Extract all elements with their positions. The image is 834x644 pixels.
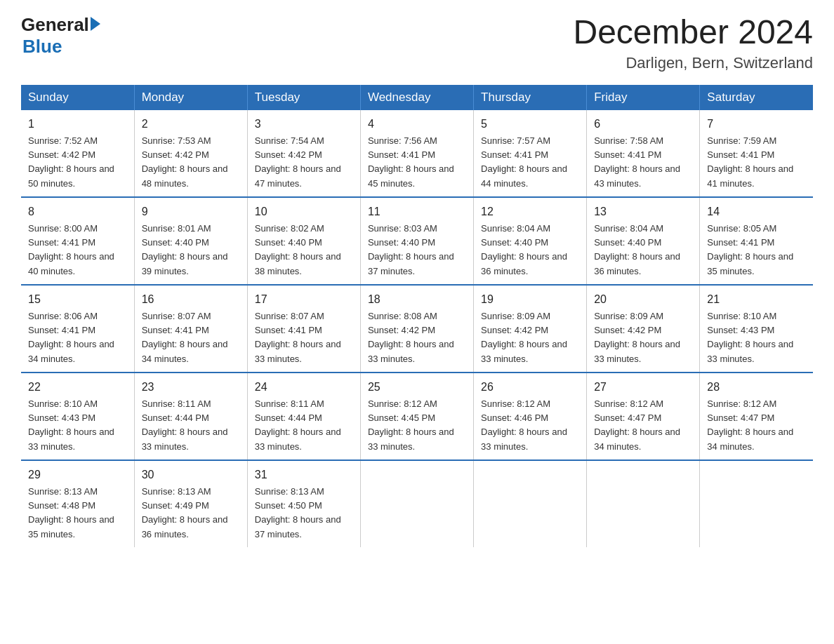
day-info: Sunrise: 7:52 AMSunset: 4:42 PMDaylight:… — [28, 135, 114, 189]
location-subtitle: Darligen, Bern, Switzerland — [573, 54, 813, 72]
calendar-week-row: 1Sunrise: 7:52 AMSunset: 4:42 PMDaylight… — [21, 110, 813, 197]
calendar-cell: 9Sunrise: 8:01 AMSunset: 4:40 PMDaylight… — [134, 197, 247, 285]
day-info: Sunrise: 8:12 AMSunset: 4:47 PMDaylight:… — [594, 398, 680, 452]
calendar-cell: 17Sunrise: 8:07 AMSunset: 4:41 PMDayligh… — [247, 285, 360, 373]
calendar-cell: 22Sunrise: 8:10 AMSunset: 4:43 PMDayligh… — [21, 373, 134, 460]
day-info: Sunrise: 8:09 AMSunset: 4:42 PMDaylight:… — [594, 311, 680, 364]
day-info: Sunrise: 8:13 AMSunset: 4:49 PMDaylight:… — [142, 486, 228, 539]
day-info: Sunrise: 8:00 AMSunset: 4:41 PMDaylight:… — [28, 223, 114, 276]
title-block: December 2024 Darligen, Bern, Switzerlan… — [573, 14, 813, 72]
day-info: Sunrise: 8:10 AMSunset: 4:43 PMDaylight:… — [28, 398, 114, 452]
calendar-cell: 26Sunrise: 8:12 AMSunset: 4:46 PMDayligh… — [474, 373, 587, 460]
calendar-cell: 30Sunrise: 8:13 AMSunset: 4:49 PMDayligh… — [134, 460, 247, 547]
day-info: Sunrise: 8:07 AMSunset: 4:41 PMDaylight:… — [255, 311, 341, 364]
calendar-cell — [587, 460, 700, 547]
day-number: 17 — [255, 291, 353, 308]
calendar-cell — [700, 460, 813, 547]
day-info: Sunrise: 8:04 AMSunset: 4:40 PMDaylight:… — [481, 223, 567, 276]
day-number: 14 — [707, 203, 806, 220]
day-number: 11 — [368, 203, 466, 220]
day-info: Sunrise: 8:13 AMSunset: 4:50 PMDaylight:… — [255, 486, 341, 539]
calendar-cell: 4Sunrise: 7:56 AMSunset: 4:41 PMDaylight… — [360, 110, 473, 197]
day-number: 23 — [142, 379, 240, 396]
calendar-cell: 13Sunrise: 8:04 AMSunset: 4:40 PMDayligh… — [587, 197, 700, 285]
day-number: 9 — [142, 203, 240, 220]
calendar-cell: 1Sunrise: 7:52 AMSunset: 4:42 PMDaylight… — [21, 110, 134, 197]
day-header-friday: Friday — [587, 85, 700, 110]
day-number: 2 — [142, 116, 240, 133]
day-info: Sunrise: 7:59 AMSunset: 4:41 PMDaylight:… — [707, 135, 793, 189]
calendar-cell: 23Sunrise: 8:11 AMSunset: 4:44 PMDayligh… — [134, 373, 247, 460]
calendar-cell: 25Sunrise: 8:12 AMSunset: 4:45 PMDayligh… — [360, 373, 473, 460]
day-number: 24 — [255, 379, 353, 396]
day-number: 27 — [594, 379, 692, 396]
day-info: Sunrise: 7:54 AMSunset: 4:42 PMDaylight:… — [255, 135, 341, 189]
calendar-cell: 18Sunrise: 8:08 AMSunset: 4:42 PMDayligh… — [360, 285, 473, 373]
calendar-cell: 27Sunrise: 8:12 AMSunset: 4:47 PMDayligh… — [587, 373, 700, 460]
calendar-table: SundayMondayTuesdayWednesdayThursdayFrid… — [21, 85, 813, 547]
day-info: Sunrise: 8:12 AMSunset: 4:45 PMDaylight:… — [368, 398, 454, 452]
day-number: 19 — [481, 291, 579, 308]
day-number: 18 — [368, 291, 466, 308]
day-number: 25 — [368, 379, 466, 396]
day-number: 21 — [707, 291, 806, 308]
day-number: 12 — [481, 203, 579, 220]
day-info: Sunrise: 8:04 AMSunset: 4:40 PMDaylight:… — [594, 223, 680, 276]
calendar-cell: 19Sunrise: 8:09 AMSunset: 4:42 PMDayligh… — [474, 285, 587, 373]
logo-general: General — [21, 14, 89, 36]
day-number: 31 — [255, 467, 353, 483]
day-number: 10 — [255, 203, 353, 220]
day-number: 4 — [368, 116, 466, 133]
calendar-cell: 3Sunrise: 7:54 AMSunset: 4:42 PMDaylight… — [247, 110, 360, 197]
logo-blue: Blue — [22, 36, 62, 58]
day-info: Sunrise: 8:10 AMSunset: 4:43 PMDaylight:… — [707, 311, 793, 364]
calendar-cell: 8Sunrise: 8:00 AMSunset: 4:41 PMDaylight… — [21, 197, 134, 285]
day-header-saturday: Saturday — [700, 85, 813, 110]
day-number: 15 — [28, 291, 127, 308]
calendar-cell: 12Sunrise: 8:04 AMSunset: 4:40 PMDayligh… — [474, 197, 587, 285]
day-info: Sunrise: 8:13 AMSunset: 4:48 PMDaylight:… — [28, 486, 114, 539]
day-info: Sunrise: 8:06 AMSunset: 4:41 PMDaylight:… — [28, 311, 114, 364]
day-number: 13 — [594, 203, 692, 220]
day-info: Sunrise: 7:58 AMSunset: 4:41 PMDaylight:… — [594, 135, 680, 189]
day-number: 16 — [142, 291, 240, 308]
calendar-cell: 11Sunrise: 8:03 AMSunset: 4:40 PMDayligh… — [360, 197, 473, 285]
day-header-wednesday: Wednesday — [360, 85, 473, 110]
day-info: Sunrise: 7:56 AMSunset: 4:41 PMDaylight:… — [368, 135, 454, 189]
day-header-monday: Monday — [134, 85, 247, 110]
month-year-title: December 2024 — [573, 14, 813, 51]
day-number: 20 — [594, 291, 692, 308]
day-header-sunday: Sunday — [21, 85, 134, 110]
day-info: Sunrise: 8:03 AMSunset: 4:40 PMDaylight:… — [368, 223, 454, 276]
day-number: 1 — [28, 116, 127, 133]
day-info: Sunrise: 8:05 AMSunset: 4:41 PMDaylight:… — [707, 223, 793, 276]
day-header-thursday: Thursday — [474, 85, 587, 110]
day-info: Sunrise: 8:02 AMSunset: 4:40 PMDaylight:… — [255, 223, 341, 276]
day-number: 8 — [28, 203, 127, 220]
day-number: 5 — [481, 116, 579, 133]
day-info: Sunrise: 7:53 AMSunset: 4:42 PMDaylight:… — [142, 135, 228, 189]
calendar-cell: 6Sunrise: 7:58 AMSunset: 4:41 PMDaylight… — [587, 110, 700, 197]
calendar-cell: 2Sunrise: 7:53 AMSunset: 4:42 PMDaylight… — [134, 110, 247, 197]
logo-arrow-icon — [91, 17, 100, 31]
calendar-cell: 10Sunrise: 8:02 AMSunset: 4:40 PMDayligh… — [247, 197, 360, 285]
calendar-week-row: 29Sunrise: 8:13 AMSunset: 4:48 PMDayligh… — [21, 460, 813, 547]
calendar-cell: 28Sunrise: 8:12 AMSunset: 4:47 PMDayligh… — [700, 373, 813, 460]
day-number: 3 — [255, 116, 353, 133]
day-number: 30 — [142, 467, 240, 483]
day-header-tuesday: Tuesday — [247, 85, 360, 110]
day-info: Sunrise: 8:11 AMSunset: 4:44 PMDaylight:… — [142, 398, 228, 452]
day-info: Sunrise: 8:09 AMSunset: 4:42 PMDaylight:… — [481, 311, 567, 364]
calendar-cell: 29Sunrise: 8:13 AMSunset: 4:48 PMDayligh… — [21, 460, 134, 547]
calendar-cell: 20Sunrise: 8:09 AMSunset: 4:42 PMDayligh… — [587, 285, 700, 373]
day-number: 6 — [594, 116, 692, 133]
day-number: 7 — [707, 116, 806, 133]
page-header: General Blue December 2024 Darligen, Ber… — [21, 14, 813, 72]
day-number: 22 — [28, 379, 127, 396]
calendar-cell: 5Sunrise: 7:57 AMSunset: 4:41 PMDaylight… — [474, 110, 587, 197]
calendar-cell: 14Sunrise: 8:05 AMSunset: 4:41 PMDayligh… — [700, 197, 813, 285]
calendar-week-row: 15Sunrise: 8:06 AMSunset: 4:41 PMDayligh… — [21, 285, 813, 373]
logo: General Blue — [21, 14, 100, 58]
day-number: 29 — [28, 467, 127, 483]
day-number: 28 — [707, 379, 806, 396]
